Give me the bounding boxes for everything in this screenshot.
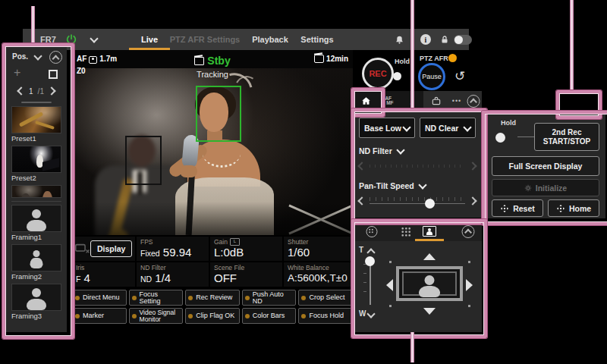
slider-right-arrow[interactable] [468, 196, 476, 205]
pt-home-button[interactable]: Home [548, 199, 599, 217]
ptz-afr-pause-button[interactable]: Pause [418, 63, 445, 90]
preset1-thumbnail[interactable] [11, 106, 61, 133]
iris-cell[interactable]: Iris F 4 [72, 262, 135, 287]
notification-button[interactable] [395, 29, 404, 50]
slider-left-arrow[interactable] [357, 196, 366, 205]
assign-focus-setting-button[interactable]: Focus Setting [129, 290, 184, 306]
scene-file-cell[interactable]: Scene File OFF [210, 262, 282, 287]
display-button[interactable]: Display [90, 240, 132, 257]
info-button[interactable]: i [420, 29, 431, 50]
preset-thumbnail-partial[interactable] [11, 185, 61, 198]
assign-marker-button[interactable]: Marker [72, 308, 127, 324]
others-panel: Hold 2nd Rec START/STOP Full Screen Disp… [486, 112, 605, 218]
zoom-tele-arrow[interactable] [366, 248, 375, 256]
preset2-thumbnail[interactable] [11, 146, 61, 173]
media-icon [314, 55, 324, 63]
assign-dot-icon [188, 296, 193, 300]
2nd-rec-button[interactable]: 2nd Rec START/STOP [534, 123, 599, 151]
framing2-thumbnail[interactable] [11, 244, 61, 271]
list-item[interactable]: Framing2 [11, 244, 61, 281]
framing-pad [380, 244, 479, 326]
assign-focus-hold-button[interactable]: Focus Hold [298, 308, 353, 324]
slider-right-arrow[interactable] [468, 162, 476, 170]
list-item[interactable] [11, 185, 61, 198]
tab-others[interactable]: ••• [452, 91, 461, 111]
tab-ptz-afr-settings[interactable]: PTZ AFR Settings [170, 29, 240, 50]
zoom-slider[interactable]: T W [359, 244, 379, 326]
page-next-button[interactable] [47, 86, 55, 95]
pad-down-arrow[interactable] [423, 308, 436, 315]
move-arrows-icon [556, 204, 565, 213]
shoot-panel: Base Low ND Clear ND Filter Pan-Tilt Spe… [353, 111, 482, 218]
framing3-thumbnail[interactable] [11, 284, 61, 311]
tab-playback[interactable]: Playback [252, 29, 288, 50]
full-screen-display-button[interactable]: Full Screen Display [492, 156, 599, 176]
framing1-thumbnail[interactable] [11, 205, 61, 232]
nd-filter-cell[interactable]: ND Filter ND 1/4 [137, 262, 209, 287]
assign-rec-review-button[interactable]: Rec Review [185, 290, 240, 306]
tab-live[interactable]: Live [141, 29, 158, 50]
initialize-button[interactable]: Initialize [492, 179, 599, 196]
iris-label: Iris [76, 264, 131, 271]
fps-cell[interactable]: FPS Fixed 59.94 [137, 237, 209, 261]
stop-square-icon[interactable] [49, 70, 58, 79]
preset-group-select[interactable]: Pos. [12, 52, 41, 61]
preset-group-label: Pos. [12, 52, 28, 61]
clapper-icon [194, 57, 204, 65]
page-prev-button[interactable] [17, 86, 25, 95]
slider-left-arrow[interactable] [357, 162, 366, 170]
power-menu-chevron[interactable] [91, 29, 97, 50]
pad-right-arrow[interactable] [466, 279, 473, 291]
tab-af-mf[interactable]: AF MF [385, 91, 393, 111]
home-label: Home [569, 204, 591, 213]
zoom-track[interactable] [370, 259, 371, 305]
pad-left-arrow[interactable] [386, 279, 393, 291]
gain-cell[interactable]: GainL L:0dB [210, 237, 282, 261]
list-item[interactable]: Preset1 [11, 106, 61, 143]
tab-settings[interactable]: Settings [300, 29, 333, 50]
list-item[interactable]: Framing3 [11, 284, 61, 321]
assign-clip-flag-ok-button[interactable]: Clip Flag OK [185, 308, 240, 324]
tab-audio[interactable]: ♪ [410, 91, 415, 111]
assign-push-auto-nd-button[interactable]: Push Auto ND [242, 290, 297, 306]
tab-media[interactable] [431, 91, 442, 111]
shutter-cell[interactable]: Shutter 1/60 [284, 237, 353, 261]
restart-icon[interactable]: ↺ [454, 68, 465, 84]
white-balance-cell[interactable]: White Balance A:5600K,T±0 [284, 262, 353, 287]
zoom-knob[interactable] [365, 256, 375, 266]
ptz-panel-collapse-button[interactable] [462, 221, 475, 241]
assign-dot-icon [188, 314, 193, 318]
add-preset-button[interactable]: + [14, 67, 20, 79]
assign-crop-select-button[interactable]: Crop Select [298, 290, 353, 306]
pan-tilt-speed-label: Pan-Tilt Speed [359, 181, 414, 190]
nd-filter-expander[interactable]: ND Filter [359, 146, 476, 155]
preset-sidebar: Pos. + 1 /1 Preset1 Preset2 [6, 47, 67, 332]
list-divider [11, 201, 61, 202]
assign-color-bars-button[interactable]: Color Bars [242, 308, 297, 324]
base-sensitivity-select[interactable]: Base Low [359, 118, 415, 138]
power-button[interactable] [65, 29, 77, 50]
pad-up-arrow[interactable] [423, 253, 436, 260]
assign-dot-icon [301, 296, 306, 300]
assign-video-signal-monitor-button[interactable]: Video Signal Monitor [129, 308, 184, 324]
scene-file-value: OFF [214, 271, 278, 285]
lock-toggle[interactable] [454, 29, 472, 50]
zoom-wide-arrow[interactable] [366, 309, 375, 318]
framing-label: Framing1 [11, 232, 61, 242]
rec-button[interactable]: REC [362, 58, 394, 89]
music-note-icon: ♪ [410, 96, 415, 107]
assign-direct-menu-button[interactable]: Direct Menu [72, 290, 127, 306]
slider-knob[interactable] [425, 199, 435, 209]
nd-preset-select[interactable]: ND Clear [420, 118, 476, 138]
list-item[interactable]: Preset2 [11, 146, 61, 183]
tab-position-grid[interactable] [401, 221, 411, 241]
tab-ptz-ball[interactable] [366, 221, 378, 241]
pt-reset-button[interactable]: Reset [492, 199, 543, 217]
pan-tilt-speed-expander[interactable]: Pan-Tilt Speed [359, 181, 476, 190]
sidebar-collapse-button[interactable] [49, 51, 62, 64]
list-item[interactable]: Framing1 [11, 205, 61, 242]
framing-preview-frame[interactable] [396, 266, 463, 301]
person-icon [419, 286, 440, 297]
shoot-panel-collapse-button[interactable] [467, 91, 480, 111]
pan-tilt-speed-slider[interactable] [359, 194, 476, 208]
